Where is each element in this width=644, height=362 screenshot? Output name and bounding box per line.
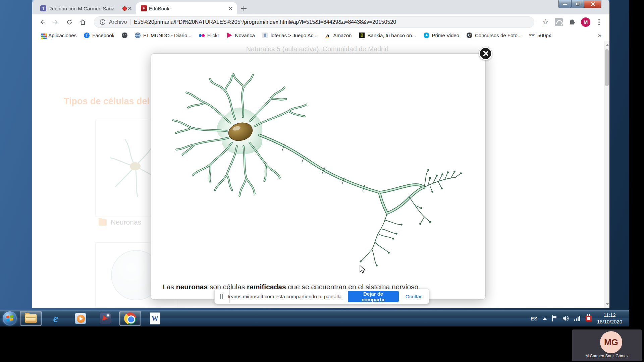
reload-button[interactable] <box>64 16 75 28</box>
bookmark-label: Amazon <box>333 33 352 38</box>
new-tab-button[interactable] <box>239 3 249 13</box>
clock[interactable]: 11:12 18/10/2020 <box>597 312 622 325</box>
pause-icon <box>220 294 223 299</box>
acrobat-extension-button[interactable] <box>553 16 565 28</box>
minimize-button[interactable] <box>558 0 571 8</box>
novanca-flag-icon <box>227 33 232 38</box>
bookmark-amazon[interactable]: Amazon <box>322 31 355 40</box>
presenter-panel: MG M.Carmen Sanz Gómez <box>572 329 642 361</box>
home-icon <box>79 18 87 26</box>
home-button[interactable] <box>77 16 89 28</box>
tab-title: EduBook <box>149 6 225 11</box>
bookmark-loterias[interactable]: loterias > Juego Ac... <box>259 31 321 40</box>
url-text: E:/5%20primaria/PDI%20NATURALES%205°/pro… <box>134 19 396 25</box>
hide-share-bar-button[interactable]: Ocultar <box>404 294 424 299</box>
facebook-icon <box>84 33 90 38</box>
action-center-flag-icon[interactable] <box>552 315 557 321</box>
bookmark-label: Flickr <box>207 33 219 38</box>
volume-icon[interactable] <box>562 315 569 321</box>
scrollbar-thumb[interactable] <box>605 49 609 86</box>
close-window-button[interactable] <box>584 0 601 8</box>
tab-edubook[interactable]: EduBook <box>136 2 237 14</box>
bookmark-aplicaciones[interactable]: Aplicaciones <box>37 31 79 40</box>
tab-strip: Reunión con M.Carmen Sanz EduBook <box>32 0 609 14</box>
concursos-icon <box>467 33 472 38</box>
presenter-avatar: MG <box>600 331 622 353</box>
bookmark-concursos[interactable]: Concursos de Foto... <box>464 31 525 40</box>
bankia-icon <box>359 33 365 38</box>
puzzle-icon <box>569 18 576 26</box>
page-scrollbar[interactable] <box>604 41 609 308</box>
windows-logo-icon <box>6 315 13 321</box>
tab-teams-meeting[interactable]: Reunión con M.Carmen Sanz <box>36 2 136 14</box>
taskbar-explorer-button[interactable] <box>20 311 42 326</box>
bookmark-unlabeled[interactable] <box>119 31 130 40</box>
500px-icon <box>529 33 535 38</box>
prime-video-icon <box>424 33 429 38</box>
close-icon <box>590 2 595 6</box>
forward-icon <box>52 18 60 26</box>
bookmark-label: EL MUNDO - Diario... <box>143 33 192 38</box>
bookmark-facebook[interactable]: Facebook <box>81 31 117 40</box>
mouse-cursor <box>359 265 367 274</box>
bookmark-star-button[interactable] <box>540 16 551 28</box>
flickr-icon <box>199 33 205 38</box>
media-player-icon <box>75 313 86 324</box>
bookmark-500px[interactable]: 500px <box>526 31 554 40</box>
stop-sharing-button[interactable]: Dejar de compartir <box>348 291 399 302</box>
scroll-up-icon[interactable] <box>606 44 609 46</box>
language-indicator[interactable]: ES <box>531 316 537 321</box>
reload-icon <box>66 18 73 26</box>
taskbar-word-button[interactable] <box>144 311 166 326</box>
extensions-button[interactable] <box>567 16 578 28</box>
page-content: Naturales 5 (aula activa). Comunidad de … <box>32 41 609 308</box>
photo-viewer-icon <box>100 313 111 324</box>
image-lightbox: Las neuronas son células ramificadas que… <box>151 53 486 300</box>
hidden-icons-chevron-icon[interactable] <box>543 317 547 320</box>
scroll-down-icon[interactable] <box>606 303 609 305</box>
taskbar-photo-viewer-button[interactable] <box>95 311 116 326</box>
acrobat-icon <box>555 18 563 26</box>
taskbar-chrome-button[interactable] <box>119 311 141 326</box>
tab-close-icon[interactable] <box>127 5 133 11</box>
bookmark-label: 500px <box>537 33 551 38</box>
tab-close-icon[interactable] <box>227 5 233 11</box>
bookmark-prime-video[interactable]: Prime Video <box>421 31 462 40</box>
taskbar-ie-button[interactable] <box>45 311 66 326</box>
bookmarks-overflow-button[interactable]: » <box>594 32 605 39</box>
address-bar[interactable]: Archivo E:/5%20primaria/PDI%20NATURALES%… <box>94 16 534 28</box>
network-signal-icon[interactable] <box>574 316 580 321</box>
back-button[interactable] <box>37 16 48 28</box>
text-caret <box>229 285 229 303</box>
bookmark-label: Concursos de Foto... <box>475 33 522 38</box>
power-alert-icon[interactable] <box>586 315 592 321</box>
explorer-icon <box>25 314 37 323</box>
bookmark-elmundo[interactable]: EL MUNDO - Diario... <box>132 31 195 40</box>
bookmark-label: loterias > Juego Ac... <box>271 33 318 38</box>
loterias-icon <box>262 33 268 38</box>
globe-icon <box>135 33 141 38</box>
start-button[interactable] <box>3 311 17 325</box>
word-icon <box>150 312 160 324</box>
neuron-illustration <box>160 64 479 275</box>
taskbar-media-player-button[interactable] <box>70 311 91 326</box>
lightbox-close-button[interactable] <box>479 47 492 60</box>
bookmark-label: Prime Video <box>432 33 459 38</box>
kebab-menu-icon <box>598 21 600 23</box>
window-controls <box>558 0 601 8</box>
menu-button[interactable] <box>593 16 605 28</box>
separator <box>130 19 130 25</box>
back-icon <box>39 18 46 26</box>
profile-button[interactable]: M <box>580 16 591 28</box>
bookmark-flickr[interactable]: Flickr <box>196 31 222 40</box>
restore-button[interactable] <box>571 0 584 8</box>
bookmark-bankia[interactable]: Bankia, tu banco on... <box>356 31 419 40</box>
restore-icon <box>576 3 579 5</box>
bookmark-label: Aplicaciones <box>48 33 76 38</box>
bookmark-novanca[interactable]: Novanca <box>224 31 258 40</box>
minimize-icon <box>563 4 567 5</box>
chrome-icon <box>124 312 136 324</box>
amazon-icon <box>325 33 330 38</box>
browser-toolbar: Archivo E:/5%20primaria/PDI%20NATURALES%… <box>32 14 609 29</box>
forward-button[interactable] <box>50 16 62 28</box>
